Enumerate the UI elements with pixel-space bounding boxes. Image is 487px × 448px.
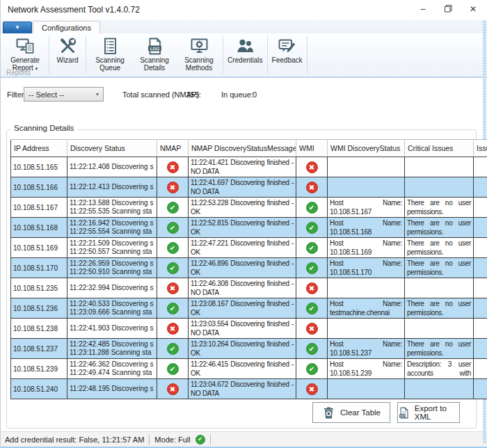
table-row-10.108.51.170[interactable]: 10.108.51.17011:22:26.959 Discovering s1… [11, 258, 487, 278]
in-queue-value: 0 [253, 90, 257, 99]
table-row-10.108.51.238[interactable]: 10.108.51.23811:22:41.903 Discovering s✖… [11, 319, 487, 339]
cell-discovery-status: 11:22:26.959 Discovering s11:22:50.910 S… [67, 258, 157, 278]
cell-issue-score: 0 [474, 218, 487, 238]
column-header-discovery-status[interactable]: Discovery Status [67, 140, 157, 157]
error-status-icon: ✖ [167, 323, 179, 335]
cell-wmi-status: ✖ [296, 278, 328, 298]
total-scanned-value: 255 [186, 90, 199, 99]
cell-issue-score: 0 [474, 298, 487, 319]
cell-ip-address: 10.108.51.237 [11, 339, 67, 359]
column-header-nmap[interactable]: NMAP [157, 140, 189, 157]
ribbon-button-scanning-details[interactable]: LOGScanning Details [132, 35, 177, 72]
clear-table-button[interactable]: Clear Table [312, 402, 390, 423]
cell-critical-issues: Description: 3 user accounts with [405, 359, 474, 379]
cell-nmap-message: 11:23:08.167 Discovering finished - OK [189, 298, 296, 319]
cell-nmap-status: ✔ [157, 258, 189, 278]
cell-discovery-status: 11:22:46.362 Discovering s11:22:49.474 S… [67, 359, 157, 379]
ribbon-button-wizard[interactable]: Wizard [51, 35, 84, 64]
success-status-icon: ✔ [306, 343, 318, 355]
table-row-10.108.51.168[interactable]: 10.108.51.16811:22:16.942 Discovering s1… [11, 218, 487, 238]
column-header-wmi-discoverystatus[interactable]: WMI DiscoveryStatus [328, 140, 405, 157]
svg-text:LOG: LOG [150, 45, 159, 50]
cell-wmi-status: ✖ [296, 177, 328, 198]
cell-nmap-status: ✖ [157, 379, 189, 399]
cell-wmi-status: ✔ [296, 339, 328, 359]
chevron-down-icon: ▼ [15, 25, 20, 31]
cell-nmap-message: 11:22:46.896 Discovering finished - OK [189, 258, 296, 278]
ribbon-button-feedback[interactable]: Feedback [269, 35, 305, 64]
chevron-down-icon: ▾ [96, 91, 99, 97]
minimize-button[interactable]: – [410, 0, 436, 17]
cell-discovery-status: 11:22:16.942 Discovering s11:22:55.554 S… [67, 218, 157, 238]
cell-wmi-discovery-status: Host Name: 10.108.51.237 [328, 339, 405, 359]
column-header-issue-score[interactable]: Issue Score [474, 140, 487, 157]
chevron-down-icon: ▾ [35, 66, 38, 71]
cell-critical-issues [405, 157, 474, 177]
restore-button[interactable] [436, 0, 461, 17]
export-to-xml-button[interactable]: TXT Export to XML [397, 402, 460, 423]
column-header-critical-issues[interactable]: Critical Issues [405, 140, 474, 157]
cell-critical-issues [405, 278, 474, 298]
success-status-icon: ✔ [167, 262, 179, 274]
svg-text:TXT: TXT [400, 414, 406, 417]
cell-issue-score: 0 [474, 198, 487, 218]
column-header-wmi[interactable]: WMI [296, 140, 328, 157]
users-icon [236, 36, 255, 56]
table-row-10.108.51.169[interactable]: 10.108.51.16911:22:21.509 Discovering s1… [11, 238, 487, 258]
cell-wmi-discovery-status: Host Name: testmachine.chennai [328, 298, 405, 319]
success-status-icon: ✔ [167, 303, 179, 314]
table-row-10.108.51.167[interactable]: 10.108.51.16711:22:13.588 Discovering s1… [11, 198, 487, 218]
table-row-10.108.51.240[interactable]: 10.108.51.24011:22:48.195 Discovering s✖… [11, 379, 487, 399]
error-status-icon: ✖ [306, 182, 318, 193]
cell-discovery-status: 11:22:21.509 Discovering s11:22:50.557 S… [67, 238, 157, 258]
success-status-icon: ✔ [167, 202, 179, 214]
table-row-10.108.51.235[interactable]: 10.108.51.23511:22:32.994 Discovering s✖… [11, 278, 487, 298]
tab-configurations[interactable]: Configurations [33, 21, 100, 34]
cell-issue-score: 0 [474, 177, 487, 198]
cell-nmap-message: 11:22:53.228 Discovering finished - OK [189, 198, 296, 218]
table-row-10.108.51.239[interactable]: 10.108.51.23911:22:46.362 Discovering s1… [11, 359, 487, 379]
app-menu-button[interactable]: ▼ [3, 22, 32, 34]
table-row-10.108.51.237[interactable]: 10.108.51.23711:22:42.485 Discovering s1… [11, 339, 487, 359]
cell-nmap-status: ✔ [157, 218, 189, 238]
table-row-10.108.51.165[interactable]: 10.108.51.16511:22:12.408 Discovering s✖… [11, 157, 487, 177]
filter-select[interactable]: -- Select -- ▾ [24, 87, 104, 102]
cell-issue-score: 0 [474, 278, 487, 298]
table-row-10.108.51.166[interactable]: 10.108.51.16611:22:12.413 Discovering s✖… [11, 177, 487, 198]
feedback-note-icon [278, 36, 296, 56]
success-status-icon: ✔ [167, 242, 179, 254]
success-status-icon: ✔ [306, 262, 318, 274]
table-row-10.108.51.236[interactable]: 10.108.51.23611:22:40.533 Discovering s1… [11, 298, 487, 319]
window-controls: – ✕ [410, 0, 486, 17]
cell-critical-issues: There are no user permissions. [405, 258, 474, 278]
cell-nmap-message: 11:22:46.415 Discovering finished - OK [189, 359, 296, 379]
cell-wmi-status: ✖ [296, 379, 328, 399]
groupbox-title: Scanning Details [10, 124, 77, 132]
cell-ip-address: 10.108.51.169 [11, 238, 67, 258]
ribbon-button-scanning-methods[interactable]: Scanning Methods [177, 35, 221, 72]
column-header-ip-address[interactable]: IP Address [11, 140, 67, 157]
cell-ip-address: 10.108.51.168 [11, 218, 67, 238]
ribbon-button-scanning-queue[interactable]: Scanning Queue [88, 35, 132, 72]
trash-icon [322, 406, 335, 419]
cell-nmap-message: 11:22:41.421 Discovering finished - NO D… [189, 157, 296, 177]
restore-icon [445, 5, 452, 13]
cell-wmi-status: ✔ [296, 298, 328, 319]
cell-issue-score: 0 [474, 319, 487, 339]
ribbon-button-credentials[interactable]: Credentials [225, 35, 266, 64]
cell-issue-score: 0 [474, 379, 487, 399]
cell-discovery-status: 11:22:40.533 Discovering s11:23:09.666 S… [67, 298, 157, 319]
cell-wmi-discovery-status: Host Name: 10.108.51.169 [328, 238, 405, 258]
monitor-gear-icon [190, 36, 209, 56]
table-header-row: IP AddressDiscovery StatusNMAPNMAP Disco… [11, 140, 487, 157]
success-status-icon: ✔ [167, 222, 179, 234]
cell-discovery-status: 11:22:41.903 Discovering s [67, 319, 157, 339]
close-button[interactable]: ✕ [461, 0, 486, 17]
clear-table-label: Clear Table [340, 408, 381, 417]
column-header-nmap-discoverystatusmessage[interactable]: NMAP DiscoveryStatusMessage [189, 140, 296, 157]
cell-issue-score: 80 [474, 359, 487, 379]
ribbon-button-label: Scanning Details [135, 56, 174, 72]
ribbon-button-generate-report[interactable]: Generate Report ▾ [3, 35, 47, 72]
ribbon-group-label-reports: Reports [6, 69, 31, 77]
cell-wmi-discovery-status [328, 177, 405, 198]
